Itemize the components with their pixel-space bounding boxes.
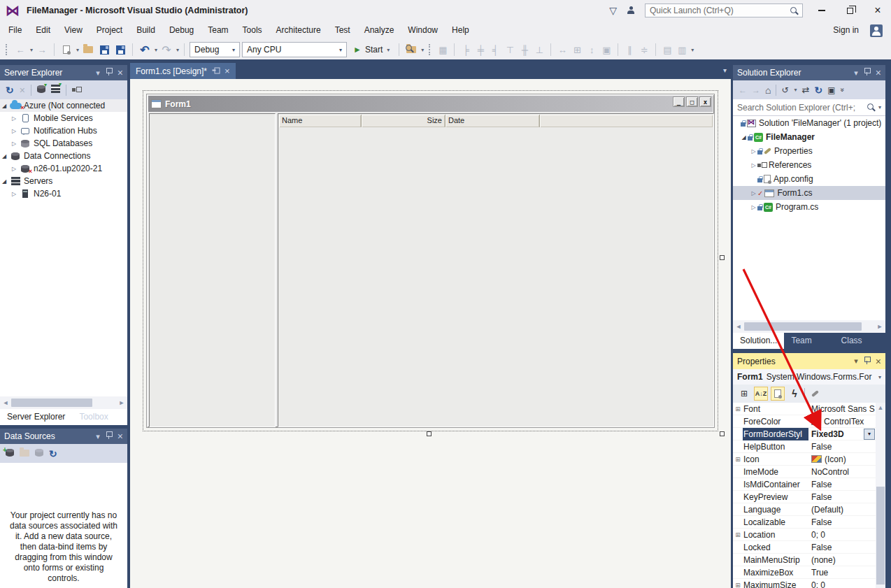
tab-form1-design[interactable]: Form1.cs [Design]* × <box>130 63 236 79</box>
scrollbar-thumb[interactable] <box>876 487 885 585</box>
property-row-maximizebox[interactable]: MaximizeBox True <box>733 566 885 579</box>
vertical-scrollbar[interactable]: ▲ <box>876 403 885 588</box>
sync-with-active-document-icon[interactable]: ⇄ <box>802 85 810 95</box>
form-close-button[interactable]: x <box>699 96 711 107</box>
redo-icon[interactable]: ↷ <box>159 42 173 57</box>
designer-form[interactable]: Form1 _ □ x Name Size Date <box>146 94 715 428</box>
properties-object-dropdown[interactable]: Form1 System.Windows.Forms.For ▾ <box>733 369 885 385</box>
property-row-maximumsize[interactable]: ⊞ MaximumSize 0; 0 <box>733 579 885 588</box>
tree-row-servers[interactable]: ◢ Servers <box>0 175 127 187</box>
scroll-left-icon[interactable]: ◄ <box>0 399 11 406</box>
events-icon[interactable]: ϟ <box>787 387 801 401</box>
property-row-keypreview[interactable]: KeyPreview False <box>733 491 885 503</box>
make-same-size-icon[interactable]: ▣ <box>600 45 613 55</box>
pin-icon[interactable] <box>106 431 112 441</box>
pin-icon[interactable] <box>106 68 112 78</box>
close-button[interactable]: × <box>869 3 887 18</box>
property-row-localizable[interactable]: Localizable False <box>733 516 885 529</box>
tree-collapsed-icon[interactable]: ▷ <box>10 115 18 122</box>
server-explorer-titlebar[interactable]: Server Explorer ▾ × <box>0 65 127 80</box>
menu-window[interactable]: Window <box>401 21 445 40</box>
property-row-imemode[interactable]: ImeMode NoControl <box>733 466 885 478</box>
designer-form-titlebar[interactable]: Form1 <box>148 96 713 112</box>
document-list-chevron-icon[interactable]: ▾ <box>723 66 727 74</box>
tree-row-references[interactable]: ▷ References <box>733 158 885 172</box>
designer-canvas[interactable]: Form1 _ □ x Name Size Date <box>130 79 731 588</box>
window-position-icon[interactable]: ▾ <box>854 69 858 78</box>
tree-row-appconfig[interactable]: App.config <box>733 172 885 186</box>
send-to-back-icon[interactable]: ▥ <box>676 45 688 55</box>
pin-icon[interactable] <box>213 66 219 76</box>
forward-icon[interactable]: → <box>752 85 760 95</box>
align-centers-icon[interactable]: ╪ <box>474 45 487 55</box>
pin-icon[interactable] <box>864 68 870 78</box>
tree-row-database-connection[interactable]: ▷ × n26-01.up2020-21 <box>0 162 127 175</box>
resize-handle-bottom-right[interactable] <box>720 431 725 436</box>
tree-collapsed-icon[interactable]: ▷ <box>750 162 757 168</box>
vertical-spacing-icon[interactable]: ≑ <box>638 45 650 55</box>
toolbar-overflow-icon[interactable]: ▾ <box>421 47 424 53</box>
tree-row-mobile-services[interactable]: ▷ Mobile Services <box>0 112 127 124</box>
window-position-icon[interactable]: ▾ <box>854 357 858 366</box>
new-project-icon[interactable] <box>59 42 73 57</box>
solution-explorer-search-input[interactable]: Search Solution Explorer (Ctrl+; ▾ <box>733 99 885 116</box>
undo-caret-icon[interactable]: ▾ <box>155 47 157 53</box>
tree-expanded-icon[interactable]: ◢ <box>740 134 748 141</box>
tree-collapsed-icon[interactable]: ▷ <box>750 204 757 210</box>
layout-toolbar-grip[interactable] <box>429 44 432 55</box>
tree-collapsed-icon[interactable]: ▷ <box>10 191 18 197</box>
form-minimize-button[interactable]: _ <box>673 96 685 107</box>
alphabetical-sort-icon[interactable]: A↓Z <box>754 387 768 401</box>
edit-data-source-icon[interactable] <box>20 449 29 459</box>
property-row-locked[interactable]: Locked False <box>733 541 885 554</box>
start-debugging-button[interactable]: ► Start ▾ <box>349 42 394 57</box>
menu-help[interactable]: Help <box>445 21 476 40</box>
horizontal-spacing-icon[interactable]: ∥ <box>623 45 636 55</box>
scrollbar-thumb[interactable] <box>11 399 92 407</box>
column-name[interactable]: Name <box>279 115 362 127</box>
expand-plus-icon[interactable]: ⊞ <box>733 453 743 466</box>
menu-build[interactable]: Build <box>129 21 162 40</box>
save-all-icon[interactable] <box>113 42 127 57</box>
menu-test[interactable]: Test <box>328 21 357 40</box>
tree-expanded-icon[interactable]: ◢ <box>0 153 8 159</box>
close-icon[interactable]: × <box>224 66 230 76</box>
property-row-ismdicontainer[interactable]: IsMdiContainer False <box>733 478 885 491</box>
tree-row-programcs[interactable]: ▷ C# Program.cs <box>733 200 885 214</box>
save-icon[interactable] <box>97 42 111 57</box>
horizontal-scrollbar[interactable]: ◄ ► <box>733 320 885 333</box>
resize-handle-bottom[interactable] <box>427 431 432 436</box>
menu-view[interactable]: View <box>57 21 90 40</box>
expand-plus-icon[interactable]: ⊞ <box>733 403 743 415</box>
tree-row-solution[interactable]: Solution 'FileManager' (1 project) <box>733 116 885 130</box>
tree-row-form1[interactable]: ▷ ✓ Form1.cs <box>733 186 885 200</box>
align-bottoms-icon[interactable]: ⊥ <box>533 45 546 55</box>
make-same-height-icon[interactable]: ↕ <box>585 45 598 55</box>
connect-to-database-icon[interactable]: ▾ <box>37 85 45 95</box>
tree-expanded-icon[interactable]: ◢ <box>0 103 8 109</box>
horizontal-scrollbar[interactable]: ◄ ► <box>0 396 127 409</box>
menu-project[interactable]: Project <box>90 21 129 40</box>
pin-icon[interactable] <box>864 357 870 366</box>
categorized-icon[interactable]: ⊞ <box>737 387 751 401</box>
refresh-icon[interactable]: ↻ <box>49 448 57 459</box>
tree-row-notification-hubs[interactable]: ▷ Notification Hubs <box>0 124 127 137</box>
layout-overflow-icon[interactable]: ▾ <box>691 47 694 53</box>
align-middles-icon[interactable]: ╫ <box>518 45 531 55</box>
tab-class-view[interactable]: Class View <box>834 333 885 349</box>
resize-handle-right[interactable] <box>720 255 725 260</box>
window-position-icon[interactable]: ▾ <box>96 69 100 78</box>
property-row-helpbutton[interactable]: HelpButton False <box>733 440 885 453</box>
refresh-icon[interactable]: ↻ <box>814 85 822 96</box>
align-tops-icon[interactable]: ⊤ <box>504 45 516 55</box>
toolbar-overflow-icon[interactable]: » <box>839 88 846 92</box>
property-row-language[interactable]: Language (Default) <box>733 503 885 516</box>
form-listview[interactable]: Name Size Date <box>278 113 714 427</box>
scroll-right-icon[interactable]: ► <box>116 399 127 406</box>
server-explorer-diagram-icon[interactable] <box>72 85 80 95</box>
dropdown-button[interactable]: ▾ <box>864 429 875 440</box>
menu-team[interactable]: Team <box>201 21 235 40</box>
property-row-formborderstyle[interactable]: FormBorderStyl Fixed3D ▾ <box>733 428 885 440</box>
toolbar-grip[interactable] <box>6 44 8 55</box>
tab-solution-explorer[interactable]: Solution... <box>733 333 784 349</box>
